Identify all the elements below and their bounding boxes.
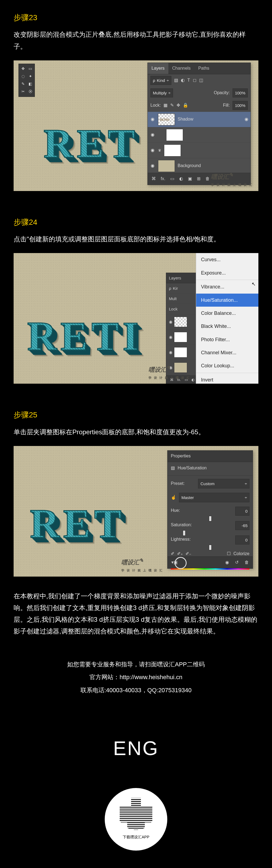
opacity-label: Opacity: [214, 89, 230, 97]
saturation-value[interactable]: -65 [235, 521, 249, 530]
tutorial-summary: 在本教程中,我们创建了一个梯度背景和添加噪声过滤器用于添加一个微妙的噪声影响。然… [13, 590, 259, 637]
eng-heading: ENG [13, 731, 259, 766]
layer-row[interactable]: ◉ [148, 127, 250, 143]
layers-panel-tabs: Layers Channels Paths [148, 63, 250, 74]
panel-title: Hue/Saturation [178, 464, 207, 472]
view-prev-icon[interactable]: ◉ [225, 559, 229, 566]
trash-icon[interactable]: 🗑 [244, 559, 249, 566]
trash-icon[interactable]: 🗑 [205, 175, 210, 183]
layer-row-shadow[interactable]: ◉ RETRO Shadow ◉ [148, 112, 250, 127]
footer: 如您需要专业服务和指导，请扫面嘿设汇APP二维码 官方网站：http://www… [13, 659, 259, 850]
footer-line-1: 如您需要专业服务和指导，请扫面嘿设汇APP二维码 [13, 659, 259, 670]
menu-item-vibrance[interactable]: Vibrance... [196, 280, 259, 293]
visibility-icon[interactable]: ◉ [150, 146, 155, 154]
footer-line-3: 联系电话:40003-40033，QQ:2075319340 [13, 685, 259, 696]
link-icon[interactable]: ⌘ [151, 175, 156, 183]
menu-item-channel-mixer[interactable]: Channel Mixer... [196, 346, 259, 359]
blend-mode-select[interactable]: Multiply ÷ [150, 88, 173, 97]
layers-panel: Layers Channels Paths ρ Kind ÷ ▧ ◐ T ◻ ◫… [147, 63, 251, 185]
menu-item-invert[interactable]: Invert [196, 373, 259, 384]
fill-label: Fill: [223, 101, 230, 110]
properties-panel: Properties ▧ Hue/Saturation Preset: Cust… [167, 450, 253, 569]
step23-desc: 改变阴影层的混合模式为正片叠底,然后用移动工具把影子移动它,直到你喜欢的样子。 [13, 29, 259, 52]
eraser-tool-icon[interactable]: ◧ [27, 81, 33, 87]
filter-kind-select[interactable]: ρ Kind ÷ [150, 76, 171, 85]
brush-tool-icon[interactable]: ✎ [20, 81, 26, 87]
menu-item-hue-saturation[interactable]: Hue/Saturation... [196, 293, 259, 307]
marquee-tool-icon[interactable]: ▭ [27, 66, 33, 72]
layer-thumb [164, 145, 181, 156]
visibility-icon[interactable]: ◉ [169, 318, 172, 326]
adjustment-icon[interactable]: ◐ [179, 175, 183, 183]
highlight-circle [175, 557, 186, 569]
visibility-icon[interactable]: ◉ [150, 162, 155, 170]
layer-name: Background [178, 162, 201, 170]
properties-tab[interactable]: Properties [168, 451, 253, 462]
hue-value[interactable]: 0 [235, 507, 249, 516]
watermark: 嘿设汇✎ 学 设 计 就 上 嘿 设 汇 [148, 364, 191, 381]
tab-layers[interactable]: Layers [148, 63, 168, 74]
retro-text: RETI RETI [27, 299, 142, 373]
adjustment-context-menu: Curves... Exposure... Vibrance... Hue/Sa… [196, 253, 259, 384]
fx-icon[interactable]: fx. [161, 175, 165, 183]
layer-thumb [166, 129, 183, 141]
visibility-icon[interactable]: ◉ [169, 348, 172, 356]
saturation-label: Saturation: [171, 521, 192, 530]
tab-channels[interactable]: Channels [168, 63, 195, 74]
cursor-icon: ↖ [251, 280, 256, 288]
group-icon[interactable]: ▣ [188, 175, 192, 183]
step23-screenshot: RET RET ✥▭ ◌✦ ✎◧ ✂⦿ Layers Channels Path… [13, 60, 259, 191]
move-tool-icon[interactable]: ✥ [20, 66, 26, 72]
wand-tool-icon[interactable]: ✦ [27, 73, 33, 80]
crown-icon: ♛ [158, 147, 161, 153]
visibility-icon[interactable]: ◉ [150, 115, 155, 123]
fill-value[interactable]: 100% [233, 101, 248, 110]
menu-item-exposure[interactable]: Exposure... [196, 267, 259, 279]
lock-all-icon[interactable]: 🔒 [183, 101, 188, 110]
crop-tool-icon[interactable]: ✂ [20, 88, 26, 95]
menu-item-curves[interactable]: Curves... [196, 253, 259, 266]
lock-pos-icon[interactable]: ✥ [176, 101, 180, 110]
lasso-tool-icon[interactable]: ◌ [20, 73, 26, 80]
filter-image-icon[interactable]: ▧ [174, 76, 178, 84]
layer-name: Shadow [178, 115, 193, 123]
hand-tool-icon[interactable]: ☝ [171, 494, 176, 501]
retro-text: RET RET [30, 487, 125, 560]
channel-select[interactable]: Master ÷ [179, 493, 249, 502]
new-layer-icon[interactable]: ⊞ [197, 175, 200, 183]
qr-label: 下载嘿设汇APP [123, 834, 149, 840]
lock-pixels-icon[interactable]: ✎ [170, 101, 174, 110]
retro-text: RET RET [43, 107, 139, 180]
hue-label: Hue: [171, 507, 180, 516]
qr-code-graphic [120, 798, 152, 831]
lightness-value[interactable]: 0 [235, 535, 249, 545]
lock-label: Lock: [150, 101, 161, 110]
qr-code: 下载嘿设汇APP [105, 788, 167, 850]
filter-adjust-icon[interactable]: ◐ [181, 76, 185, 84]
menu-item-color-balance[interactable]: Color Balance... [196, 307, 259, 320]
reset-icon[interactable]: ↺ [235, 559, 239, 566]
preset-select[interactable]: Custom ÷ [198, 479, 249, 489]
opacity-value[interactable]: 100% [233, 88, 248, 97]
mask-icon[interactable]: ▭ [170, 175, 174, 183]
watermark: 嘿设汇✎ 学 设 计 就 上 嘿 设 汇 [121, 556, 163, 573]
tab-layers[interactable]: Layers [166, 273, 198, 283]
layer-thumb [158, 160, 175, 172]
step24-screenshot: RETI RETI Layers ρKir Mult Lock ◉ ◉ ◉ ◉ … [13, 253, 259, 384]
filter-shape-icon[interactable]: ◻ [193, 76, 196, 84]
visibility-icon[interactable]: ◉ [244, 115, 248, 123]
step25-title: 步骤25 [13, 408, 259, 422]
menu-item-photo-filter[interactable]: Photo Filter... [196, 333, 259, 346]
menu-item-color-lookup[interactable]: Color Lookup... [196, 359, 259, 372]
filter-type-icon[interactable]: T [188, 76, 190, 84]
visibility-icon[interactable]: ◉ [169, 333, 172, 341]
tab-paths[interactable]: Paths [195, 63, 213, 74]
step25-desc: 单击层夹调整图标在Properties面板的底部,和饱和度值更改为-65。 [13, 426, 259, 438]
lock-trans-icon[interactable]: ▦ [164, 101, 168, 110]
eyedropper-tool-icon[interactable]: ⦿ [27, 88, 33, 95]
menu-item-black-white[interactable]: Black White... [196, 320, 259, 333]
filter-smart-icon[interactable]: ◫ [199, 76, 203, 84]
visibility-icon[interactable]: ◉ [150, 131, 155, 139]
layer-row[interactable]: ◉ ♛ [148, 143, 250, 158]
step25-screenshot: RET RET Properties ▧ Hue/Saturation Pres… [13, 446, 259, 577]
